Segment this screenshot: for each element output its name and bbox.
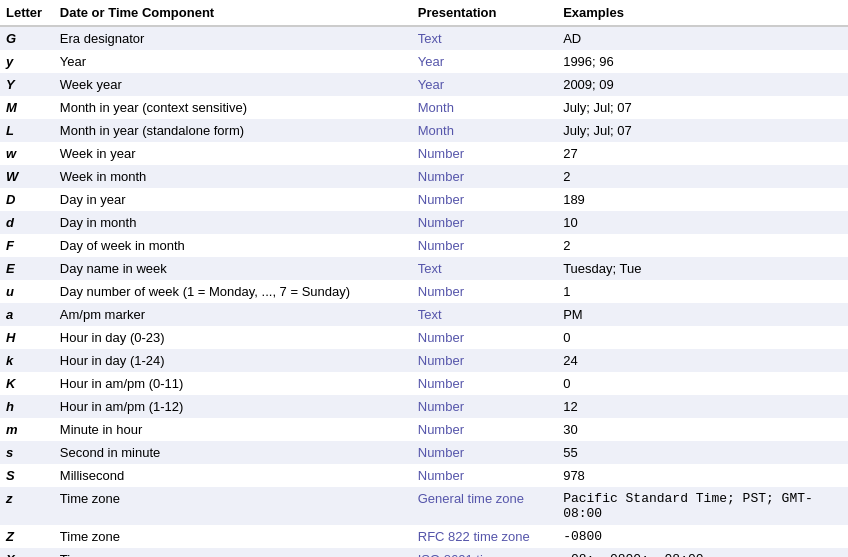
cell-letter: S (0, 464, 54, 487)
cell-examples: 189 (557, 188, 848, 211)
cell-component: Week year (54, 73, 412, 96)
cell-presentation: Number (412, 418, 557, 441)
cell-component: Hour in day (1-24) (54, 349, 412, 372)
cell-component: Week in month (54, 165, 412, 188)
cell-component: Day name in week (54, 257, 412, 280)
table-row: yYearYear1996; 96 (0, 50, 848, 73)
table-row: WWeek in monthNumber2 (0, 165, 848, 188)
cell-letter: Z (0, 525, 54, 548)
cell-presentation: Number (412, 188, 557, 211)
table-row: GEra designatorTextAD (0, 26, 848, 50)
cell-presentation: Text (412, 303, 557, 326)
cell-component: Day in month (54, 211, 412, 234)
cell-examples: 2 (557, 234, 848, 257)
cell-examples: 10 (557, 211, 848, 234)
cell-component: Day number of week (1 = Monday, ..., 7 =… (54, 280, 412, 303)
table-row: FDay of week in monthNumber2 (0, 234, 848, 257)
cell-letter: E (0, 257, 54, 280)
table-row: KHour in am/pm (0-11)Number0 (0, 372, 848, 395)
cell-letter: H (0, 326, 54, 349)
cell-letter: w (0, 142, 54, 165)
header-letter: Letter (0, 0, 54, 26)
cell-letter: z (0, 487, 54, 525)
cell-examples: AD (557, 26, 848, 50)
table-row: aAm/pm markerTextPM (0, 303, 848, 326)
cell-component: Am/pm marker (54, 303, 412, 326)
cell-examples: July; Jul; 07 (557, 96, 848, 119)
cell-component: Week in year (54, 142, 412, 165)
table-row: LMonth in year (standalone form)MonthJul… (0, 119, 848, 142)
cell-letter: F (0, 234, 54, 257)
cell-examples: 0 (557, 372, 848, 395)
cell-presentation: Number (412, 349, 557, 372)
date-format-table: Letter Date or Time Component Presentati… (0, 0, 848, 557)
cell-component: Month in year (context sensitive) (54, 96, 412, 119)
cell-examples: Pacific Standard Time; PST; GMT-08:00 (557, 487, 848, 525)
cell-component: Day of week in month (54, 234, 412, 257)
cell-presentation: Year (412, 50, 557, 73)
cell-examples: 1996; 96 (557, 50, 848, 73)
cell-component: Time zone (54, 487, 412, 525)
cell-letter: Y (0, 73, 54, 96)
cell-examples: 55 (557, 441, 848, 464)
cell-examples: 978 (557, 464, 848, 487)
cell-component: Time zone (54, 525, 412, 548)
table-row: YWeek yearYear2009; 09 (0, 73, 848, 96)
cell-component: Day in year (54, 188, 412, 211)
cell-examples: July; Jul; 07 (557, 119, 848, 142)
table-row: dDay in monthNumber10 (0, 211, 848, 234)
cell-letter: M (0, 96, 54, 119)
cell-letter: y (0, 50, 54, 73)
cell-examples: 30 (557, 418, 848, 441)
cell-letter: u (0, 280, 54, 303)
table-row: hHour in am/pm (1-12)Number12 (0, 395, 848, 418)
cell-presentation: Number (412, 142, 557, 165)
cell-component: Era designator (54, 26, 412, 50)
cell-letter: K (0, 372, 54, 395)
cell-component: Time zone (54, 548, 412, 557)
cell-letter: G (0, 26, 54, 50)
cell-presentation: Text (412, 26, 557, 50)
table-row: zTime zoneGeneral time zonePacific Stand… (0, 487, 848, 525)
cell-presentation: General time zone (412, 487, 557, 525)
table-row: XTime zoneISO 8601 time zone-08; -0800; … (0, 548, 848, 557)
cell-component: Hour in day (0-23) (54, 326, 412, 349)
cell-examples: 27 (557, 142, 848, 165)
cell-presentation: Number (412, 464, 557, 487)
cell-examples: 24 (557, 349, 848, 372)
cell-component: Hour in am/pm (0-11) (54, 372, 412, 395)
cell-letter: X (0, 548, 54, 557)
cell-component: Hour in am/pm (1-12) (54, 395, 412, 418)
cell-letter: d (0, 211, 54, 234)
cell-examples: 12 (557, 395, 848, 418)
cell-presentation: Number (412, 395, 557, 418)
cell-presentation: Number (412, 165, 557, 188)
cell-examples: -08; -0800; -08:00 (557, 548, 848, 557)
header-presentation: Presentation (412, 0, 557, 26)
table-row: wWeek in yearNumber27 (0, 142, 848, 165)
header-examples: Examples (557, 0, 848, 26)
cell-presentation: Month (412, 119, 557, 142)
cell-component: Minute in hour (54, 418, 412, 441)
cell-examples: PM (557, 303, 848, 326)
cell-presentation: Month (412, 96, 557, 119)
cell-presentation: Number (412, 211, 557, 234)
cell-examples: 2 (557, 165, 848, 188)
cell-component: Year (54, 50, 412, 73)
table-row: mMinute in hourNumber30 (0, 418, 848, 441)
cell-examples: 0 (557, 326, 848, 349)
cell-presentation: Number (412, 441, 557, 464)
cell-component: Month in year (standalone form) (54, 119, 412, 142)
cell-presentation: RFC 822 time zone (412, 525, 557, 548)
cell-letter: a (0, 303, 54, 326)
cell-presentation: Year (412, 73, 557, 96)
table-row: ZTime zoneRFC 822 time zone-0800 (0, 525, 848, 548)
cell-letter: s (0, 441, 54, 464)
table-row: sSecond in minuteNumber55 (0, 441, 848, 464)
cell-letter: D (0, 188, 54, 211)
cell-presentation: Number (412, 326, 557, 349)
table-row: SMillisecondNumber978 (0, 464, 848, 487)
header-component: Date or Time Component (54, 0, 412, 26)
cell-presentation: Number (412, 280, 557, 303)
cell-component: Second in minute (54, 441, 412, 464)
